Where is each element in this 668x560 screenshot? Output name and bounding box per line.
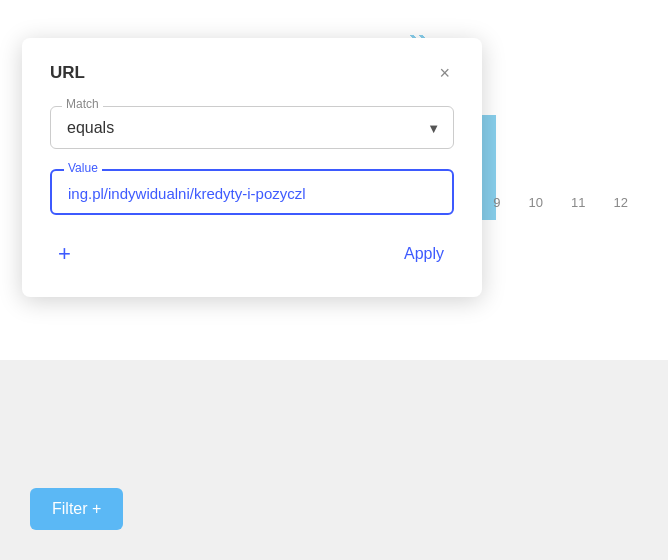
apply-button[interactable]: Apply (394, 239, 454, 269)
close-button[interactable]: × (435, 62, 454, 84)
modal-header: URL × (50, 62, 454, 84)
value-field-wrapper: Value (50, 169, 454, 215)
match-label: Match (62, 97, 103, 111)
modal-title: URL (50, 63, 85, 83)
match-field-group: Match equals contains starts with ends w… (50, 106, 454, 149)
modal-overlay: URL × Match equals contains starts with … (0, 0, 668, 560)
value-label: Value (64, 161, 102, 175)
match-select[interactable]: equals contains starts with ends with re… (50, 106, 454, 149)
url-filter-modal: URL × Match equals contains starts with … (22, 38, 482, 297)
value-input[interactable] (68, 185, 436, 202)
actions-row: + Apply (50, 239, 454, 269)
match-dropdown-wrapper: Match equals contains starts with ends w… (50, 106, 454, 149)
add-condition-button[interactable]: + (50, 239, 79, 269)
